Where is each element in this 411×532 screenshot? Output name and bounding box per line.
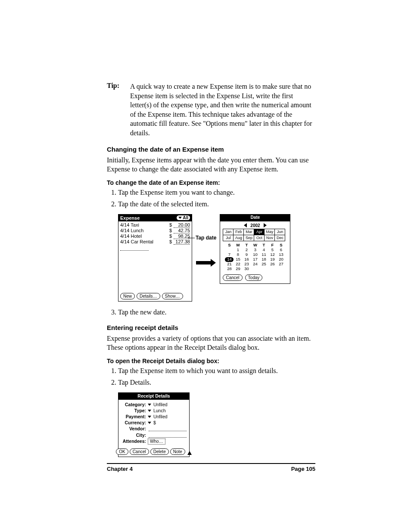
procedure-heading: To change the date of an Expense item: (107, 179, 315, 186)
expense-title: Expense (120, 215, 140, 221)
tip-block: Tip: A quick way to create a new Expense… (107, 82, 315, 138)
month-grid: Jan Feb Mar Apr May Jun Jul Aug Sep Oct … (223, 229, 285, 241)
expense-item-label: 4/14 Car Rental (120, 239, 153, 245)
step-3: Tap the new date. (118, 308, 315, 317)
section2-intro: Expense provides a variety of options th… (107, 334, 315, 352)
dropdown-triangle-icon (148, 416, 151, 418)
step-1: Tap the Expense item you want to change. (118, 188, 315, 197)
month-may[interactable]: May (265, 229, 275, 235)
expense-item[interactable]: 4/14 Hotel $98.25 (120, 233, 190, 239)
steps-list-2: Tap the Expense item to which you want t… (107, 366, 315, 387)
receipt-title: Receipt Details (118, 393, 189, 400)
arrow-right-icon (196, 259, 216, 267)
expense-list: 4/14 Taxi $20.00 4/14 Lunch $42.75 4/14 … (118, 221, 192, 245)
type-label: Type: (121, 408, 146, 414)
tip-body: A quick way to create a new Expense item… (130, 82, 315, 138)
month-oct[interactable]: Oct (254, 235, 265, 241)
expense-amount[interactable]: 20.00 (174, 222, 190, 228)
month-nov[interactable]: Nov (265, 235, 275, 241)
currency-label: Currency: (121, 420, 146, 426)
figure-annotation: Tap date (196, 214, 216, 267)
expense-item-label: 4/14 Hotel (120, 233, 142, 239)
date-title: Date (220, 215, 290, 221)
expense-item-label: 4/14 Lunch (120, 228, 143, 233)
chapter-label: Chapter 4 (107, 466, 133, 472)
section-intro: Initially, Expense items appear with the… (107, 156, 315, 174)
show-button[interactable]: Show… (162, 293, 183, 299)
city-field[interactable] (149, 433, 187, 438)
delete-button[interactable]: Delete (150, 448, 169, 455)
prev-year-icon[interactable] (244, 223, 247, 227)
page-number: Page 105 (291, 466, 315, 472)
vendor-label: Vendor: (121, 426, 146, 432)
procedure-heading-2: To open the Receipt Details dialog box: (107, 358, 315, 364)
arrow-up-icon (187, 451, 192, 455)
new-button[interactable]: New (120, 293, 135, 299)
expense-item-label: 4/14 Taxi (120, 222, 139, 228)
month-jul[interactable]: Jul (223, 235, 234, 241)
expense-amount[interactable]: 127.38 (174, 239, 190, 245)
expense-item[interactable]: 4/14 Lunch $42.75 (120, 228, 190, 233)
payment-picker[interactable]: Unfiled (148, 414, 168, 420)
dropdown-triangle-icon (178, 217, 182, 219)
attendees-label: Attendees: (121, 439, 146, 444)
tip-label: Tip: (107, 82, 130, 138)
month-jun[interactable]: Jun (275, 229, 285, 235)
section-heading-receipt: Entering receipt details (107, 324, 315, 331)
step-2: Tap the date of the selected item. (118, 199, 315, 209)
dropdown-triangle-icon (148, 422, 151, 424)
all-label: All (183, 215, 188, 220)
expense-amount[interactable]: 98.25 (174, 233, 190, 239)
figure-expense-and-date: Expense All 4/14 Taxi $20.00 4/14 Lunch … (118, 214, 315, 302)
details-button[interactable]: Details… (137, 293, 160, 299)
expense-title-bar: Expense All (118, 215, 192, 221)
next-year-icon[interactable] (264, 223, 267, 227)
month-jan[interactable]: Jan (223, 229, 234, 235)
month-apr[interactable]: Apr (254, 229, 265, 235)
currency-picker[interactable]: $ (148, 420, 156, 426)
receipt-details-panel: Receipt Details Category: Unfiled Type: … (118, 392, 190, 457)
category-picker[interactable]: Unfiled (148, 402, 168, 408)
month-mar[interactable]: Mar (244, 229, 254, 235)
dropdown-triangle-icon (148, 404, 151, 406)
steps-list: Tap the Expense item you want to change.… (107, 188, 315, 209)
steps-list-cont: Tap the new date. (107, 308, 315, 317)
section-heading-change-date: Changing the date of an Expense item (107, 146, 315, 153)
dropdown-triangle-icon (148, 410, 151, 412)
tap-date-label: Tap date (196, 235, 216, 241)
city-label: City: (121, 432, 146, 438)
expense-item[interactable]: 4/14 Taxi $20.00 (120, 222, 190, 228)
ok-button[interactable]: OK (116, 448, 128, 455)
step-2-1: Tap the Expense item to which you want t… (118, 366, 315, 376)
expense-panel: Expense All 4/14 Taxi $20.00 4/14 Lunch … (118, 214, 192, 302)
month-dec[interactable]: Dec (275, 235, 285, 241)
year-value: 2002 (250, 223, 260, 228)
step-2-2: Tap Details. (118, 378, 315, 387)
type-picker[interactable]: Lunch (148, 408, 166, 414)
month-sep[interactable]: Sep (244, 235, 254, 241)
who-button[interactable]: Who… (148, 439, 165, 445)
expense-amount[interactable]: 42.75 (174, 228, 190, 233)
category-label: Category: (121, 402, 146, 408)
cancel-button[interactable]: Cancel (223, 274, 242, 281)
today-button[interactable]: Today (245, 274, 263, 281)
date-picker-panel: Date 2002 Jan Feb Mar Apr May Jun Jul Au… (220, 214, 290, 284)
vendor-field[interactable] (149, 426, 187, 431)
cancel-button[interactable]: Cancel (130, 448, 149, 455)
page-footer: Chapter 4 Page 105 (107, 464, 315, 472)
selected-day[interactable]: 14 (225, 257, 234, 262)
month-feb[interactable]: Feb (234, 229, 244, 235)
calendar-grid: S M T W T F S 1 2 3 4 5 6 (225, 243, 285, 271)
expense-item[interactable]: 4/14 Car Rental $127.38 (120, 239, 190, 245)
note-button[interactable]: Note (170, 448, 185, 455)
category-picker[interactable]: All (177, 215, 190, 220)
month-aug[interactable]: Aug (234, 235, 244, 241)
year-selector: 2002 (220, 221, 290, 229)
payment-label: Payment: (121, 414, 146, 420)
